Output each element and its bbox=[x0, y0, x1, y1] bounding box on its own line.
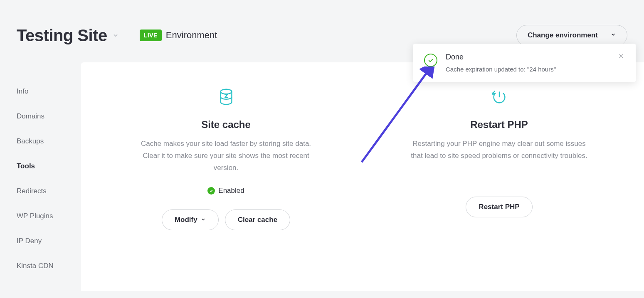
sidebar-item-info[interactable]: Info bbox=[17, 79, 81, 104]
clear-cache-label: Clear cache bbox=[238, 216, 277, 224]
cache-icon bbox=[110, 87, 342, 106]
sidebar-item-tools[interactable]: Tools bbox=[17, 154, 81, 179]
site-title-group[interactable]: Testing Site bbox=[17, 26, 119, 45]
sidebar-item-label: Tools bbox=[17, 162, 35, 170]
restart-php-button[interactable]: Restart PHP bbox=[466, 197, 532, 217]
close-icon[interactable] bbox=[617, 53, 625, 60]
environment-label: Environment bbox=[166, 30, 217, 41]
toast-message: Cache expiration updated to: "24 hours" bbox=[446, 66, 609, 73]
sidebar-item-redirects[interactable]: Redirects bbox=[17, 179, 81, 204]
status-label: Enabled bbox=[218, 187, 244, 195]
site-cache-description: Cache makes your site load faster by sto… bbox=[137, 138, 316, 174]
sidebar-item-backups[interactable]: Backups bbox=[17, 129, 81, 154]
sidebar-item-label: Kinsta CDN bbox=[17, 262, 54, 270]
toast-body: Done Cache expiration updated to: "24 ho… bbox=[446, 53, 609, 73]
chevron-down-icon bbox=[201, 216, 206, 224]
check-circle-icon bbox=[207, 187, 215, 195]
restart-php-buttons: Restart PHP bbox=[383, 197, 615, 217]
body-wrap: Info Domains Backups Tools Redirects WP … bbox=[0, 62, 644, 291]
restart-php-card: Restart PHP Restarting your PHP engine m… bbox=[371, 87, 627, 266]
chevron-down-icon bbox=[610, 31, 616, 39]
spacer bbox=[383, 175, 615, 197]
sidebar-item-label: WP Plugins bbox=[17, 212, 53, 220]
sidebar-item-wp-plugins[interactable]: WP Plugins bbox=[17, 204, 81, 229]
sidebar-item-label: Backups bbox=[17, 137, 44, 145]
restart-php-description: Restarting your PHP engine may clear out… bbox=[410, 138, 589, 162]
change-environment-button[interactable]: Change environment bbox=[516, 25, 627, 46]
site-cache-buttons: Modify Clear cache bbox=[110, 209, 342, 230]
site-title: Testing Site bbox=[17, 26, 107, 45]
modify-button[interactable]: Modify bbox=[162, 209, 219, 230]
svg-point-0 bbox=[220, 89, 232, 94]
sidebar-item-label: IP Deny bbox=[17, 237, 42, 245]
toast-title: Done bbox=[446, 53, 609, 62]
sidebar: Info Domains Backups Tools Redirects WP … bbox=[0, 62, 81, 291]
sidebar-item-label: Info bbox=[17, 87, 28, 95]
success-check-icon bbox=[424, 54, 437, 67]
live-badge: LIVE bbox=[140, 30, 162, 41]
site-cache-title: Site cache bbox=[110, 119, 342, 131]
site-cache-card: Site cache Cache makes your site load fa… bbox=[98, 87, 354, 266]
sidebar-item-label: Domains bbox=[17, 112, 44, 120]
restart-php-title: Restart PHP bbox=[383, 119, 615, 131]
restart-icon bbox=[383, 87, 615, 106]
toast-notification: Done Cache expiration updated to: "24 ho… bbox=[413, 44, 636, 82]
environment-indicator: LIVE Environment bbox=[140, 30, 217, 41]
change-environment-label: Change environment bbox=[528, 31, 598, 39]
modify-label: Modify bbox=[175, 216, 197, 224]
chevron-down-icon bbox=[112, 32, 119, 39]
sidebar-item-ip-deny[interactable]: IP Deny bbox=[17, 229, 81, 254]
clear-cache-button[interactable]: Clear cache bbox=[225, 209, 290, 230]
sidebar-item-kinsta-cdn[interactable]: Kinsta CDN bbox=[17, 254, 81, 278]
restart-php-label: Restart PHP bbox=[479, 203, 519, 211]
sidebar-item-domains[interactable]: Domains bbox=[17, 104, 81, 129]
sidebar-item-label: Redirects bbox=[17, 187, 47, 195]
content-panel: Site cache Cache makes your site load fa… bbox=[81, 62, 644, 291]
site-cache-status: Enabled bbox=[110, 187, 342, 195]
